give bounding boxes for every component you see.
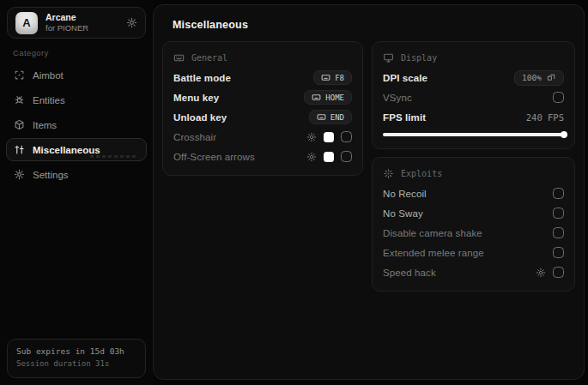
no-recoil-checkbox[interactable] — [553, 188, 564, 199]
keybind-button-battle-mode[interactable]: F8 — [313, 70, 352, 85]
setting-row-speed-hack: Speed hack — [383, 262, 564, 282]
burst-icon — [383, 168, 394, 179]
active-item-dash-decoration — [90, 155, 138, 158]
setting-label: DPI scale — [383, 73, 427, 83]
keyboard-icon — [321, 73, 330, 82]
setting-label: FPS limit — [383, 112, 426, 123]
sidebar-item-miscellaneous[interactable]: Miscellaneous — [6, 138, 147, 161]
setting-row-no-recoil: No Recoil — [383, 183, 564, 203]
keybind-button-menu-key[interactable]: HOME — [304, 90, 352, 105]
offscreen-arrows-checkbox[interactable] — [341, 151, 352, 162]
speed-hack-checkbox[interactable] — [553, 267, 564, 278]
setting-label: Speed hack — [383, 268, 436, 278]
setting-label: Crosshair — [173, 132, 216, 142]
setting-row-crosshair: Crosshair — [173, 127, 352, 147]
setting-label: Menu key — [173, 93, 219, 103]
setting-label: VSync — [383, 93, 412, 103]
general-card: General Battle mode F8 Menu key — [162, 41, 363, 176]
sidebar-item-items[interactable]: Items — [6, 113, 147, 136]
app-header: A Arcane for PIONER — [7, 7, 146, 39]
app-logo: A — [15, 12, 38, 34]
category-label: Category — [13, 48, 140, 57]
display-card: Display DPI scale 100% — [372, 41, 575, 149]
sidebar-item-label: Entities — [33, 95, 65, 105]
crosshair-color-swatch[interactable] — [324, 132, 334, 142]
display-card-title: Display — [401, 53, 437, 63]
setting-row-vsync: VSync — [383, 87, 564, 107]
setting-label: Unload key — [173, 112, 227, 123]
keyboard-icon — [173, 52, 185, 63]
sidebar-nav: Aimbot Entities Items — [0, 63, 153, 187]
setting-row-no-sway: No Sway — [383, 203, 564, 223]
no-sway-checkbox[interactable] — [553, 208, 564, 219]
items-box-icon — [14, 119, 25, 130]
gear-icon[interactable] — [306, 132, 317, 142]
setting-row-menu-key: Menu key HOME — [173, 87, 352, 107]
setting-label: Extended melee range — [383, 248, 484, 258]
session-duration-text: Session duration 31s — [16, 358, 136, 370]
fps-slider-fill — [383, 133, 564, 136]
gear-icon[interactable] — [306, 152, 317, 162]
app-subtitle: for PIONER — [45, 23, 118, 33]
sidebar-item-aimbot[interactable]: Aimbot — [6, 63, 147, 87]
sidebar-item-label: Aimbot — [33, 70, 64, 81]
setting-row-dpi-scale: DPI scale 100% — [383, 68, 564, 87]
app-name: Arcane — [45, 12, 118, 23]
sub-expiry-text: Sub expires in 15d 03h — [16, 346, 136, 358]
keyboard-icon — [317, 112, 326, 122]
setting-label: Off-Screen arrows — [173, 152, 255, 162]
fps-limit-slider[interactable] — [383, 131, 564, 138]
dpi-scale-select[interactable]: 100% — [514, 70, 564, 86]
keyboard-icon — [312, 93, 321, 102]
fps-limit-value: 240 FPS — [526, 112, 564, 123]
aimbot-crosshair-icon — [14, 69, 25, 81]
gear-icon[interactable] — [126, 17, 137, 28]
vsync-checkbox[interactable] — [553, 92, 564, 103]
keybind-button-unload-key[interactable]: END — [309, 110, 352, 124]
entities-bug-icon — [14, 94, 25, 105]
select-boxes-icon — [547, 73, 556, 82]
sliders-icon — [14, 144, 25, 155]
setting-row-offscreen-arrows: Off-Screen arrows — [173, 147, 352, 166]
setting-label: Disable camera shake — [383, 228, 482, 238]
crosshair-checkbox[interactable] — [341, 131, 352, 142]
setting-row-extended-melee-range: Extended melee range — [383, 243, 564, 262]
sidebar-item-label: Settings — [33, 170, 69, 180]
disable-camera-shake-checkbox[interactable] — [553, 227, 564, 238]
setting-row-battle-mode: Battle mode F8 — [173, 68, 352, 87]
sidebar-item-label: Items — [33, 120, 57, 130]
extended-melee-range-checkbox[interactable] — [553, 247, 564, 258]
general-card-title: General — [191, 53, 227, 63]
dpi-scale-value: 100% — [522, 73, 542, 82]
setting-row-unload-key: Unload key END — [173, 107, 352, 127]
gear-icon — [14, 169, 25, 180]
sidebar-item-label: Miscellaneous — [33, 145, 100, 155]
sidebar: A Arcane for PIONER Category Aimbot — [0, 0, 153, 385]
setting-label: No Sway — [383, 208, 423, 219]
setting-row-fps-limit: FPS limit 240 FPS — [383, 107, 564, 127]
gear-icon[interactable] — [536, 268, 546, 278]
fps-slider-knob[interactable] — [561, 131, 567, 138]
setting-label: No Recoil — [383, 189, 427, 199]
exploits-card-title: Exploits — [401, 169, 442, 178]
setting-row-disable-camera-shake: Disable camera shake — [383, 223, 564, 243]
page-title: Miscellaneous — [154, 5, 584, 38]
sidebar-item-settings[interactable]: Settings — [6, 163, 147, 186]
exploits-card: Exploits No Recoil No Sway Disable camer… — [372, 157, 575, 292]
sidebar-item-entities[interactable]: Entities — [6, 88, 147, 111]
offscreen-arrows-color-swatch[interactable] — [324, 152, 334, 162]
main-panel: Miscellaneous General Battle mode — [153, 4, 585, 380]
setting-label: Battle mode — [173, 73, 231, 83]
monitor-icon — [383, 52, 394, 63]
subscription-info: Sub expires in 15d 03h Session duration … — [7, 339, 146, 378]
